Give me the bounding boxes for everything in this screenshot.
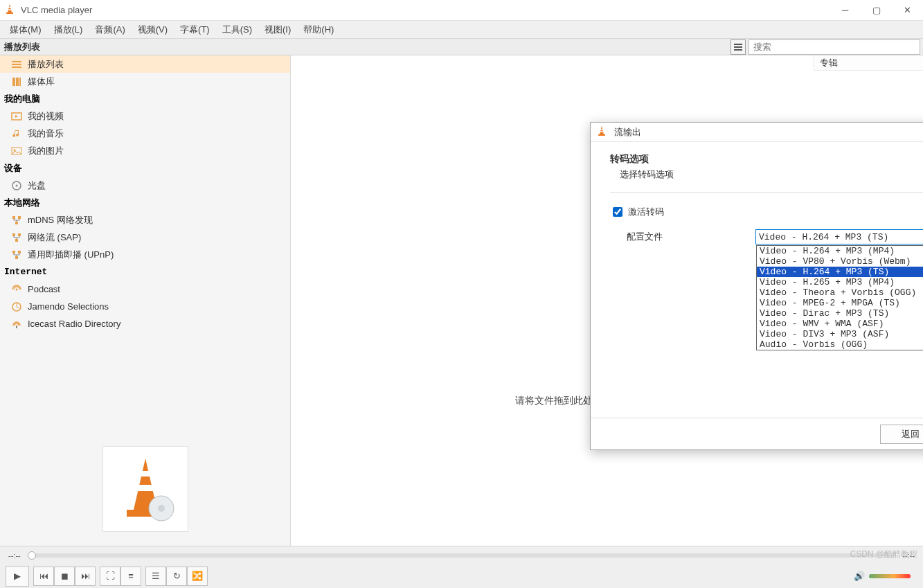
menu-tools[interactable]: 工具(S) — [217, 22, 258, 37]
playlist-header-title: 播放列表 — [0, 41, 291, 53]
profile-option[interactable]: Video - MPEG-2 + MPGA (TS) — [757, 298, 923, 308]
video-icon — [11, 111, 22, 122]
svg-rect-41 — [600, 132, 604, 133]
fullscreen-button[interactable]: ⛶ — [100, 567, 120, 586]
profile-option[interactable]: Video - H.264 + MP3 (MP4) — [757, 246, 923, 256]
playlist-toggle-button[interactable]: ☰ — [145, 567, 166, 586]
svg-rect-20 — [18, 216, 21, 219]
bottom-panel: --:-- --:-- ▶ ⏮ ◼ ⏭ ⛶ ≡ ☰ ↻ 🔀 🔊 — [0, 546, 923, 588]
loop-button[interactable]: ↻ — [166, 567, 187, 586]
seek-slider[interactable] — [28, 553, 896, 558]
dialog-titlebar[interactable]: 流输出 ? ✕ — [591, 123, 923, 142]
window-titlebar: VLC media player ─ ▢ ✕ — [0, 0, 923, 21]
sidebar-item-label: Jamendo Selections — [28, 301, 109, 312]
svg-rect-25 — [12, 251, 15, 253]
lib-icon — [11, 76, 22, 87]
sidebar-item-label: 通用即插即播 (UPnP) — [28, 249, 114, 261]
back-button[interactable]: 返回 — [880, 425, 923, 444]
shuffle-button[interactable]: 🔀 — [187, 567, 208, 586]
sidebar-item[interactable]: 播放列表 — [0, 55, 290, 73]
playlist-header: 播放列表 — [0, 39, 923, 55]
sidebar: 播放列表媒体库我的电脑我的视频我的音乐我的图片设备光盘本地网络mDNS 网络发现… — [0, 55, 291, 546]
menu-media[interactable]: 媒体(M) — [4, 22, 47, 37]
vlc-cone-icon — [4, 3, 15, 17]
volume-slider[interactable] — [869, 574, 911, 578]
profile-selected-value: Video - H.264 + MP3 (TS) — [759, 232, 888, 242]
sidebar-item[interactable]: 媒体库 — [0, 73, 290, 90]
activate-transcode-label: 激活转码 — [628, 206, 664, 218]
window-minimize-button[interactable]: ─ — [830, 0, 861, 21]
svg-rect-35 — [137, 485, 154, 491]
svg-rect-40 — [600, 129, 603, 130]
window-title: VLC media player — [21, 5, 830, 15]
svg-point-30 — [16, 325, 17, 326]
sidebar-item[interactable]: 我的图片 — [0, 142, 290, 159]
disc-icon — [11, 180, 22, 191]
sidebar-item-label: 网络流 (SAP) — [28, 231, 81, 244]
menu-view[interactable]: 视图(I) — [259, 22, 296, 37]
sidebar-item[interactable]: Icecast Radio Directory — [0, 315, 290, 332]
sidebar-item[interactable]: 光盘 — [0, 177, 290, 194]
sidebar-item[interactable]: 我的视频 — [0, 107, 290, 125]
dialog-heading: 转码选项 — [610, 153, 923, 166]
previous-button[interactable]: ⏮ — [33, 567, 54, 586]
stop-button[interactable]: ◼ — [54, 567, 75, 586]
profile-label: 配置文件 — [610, 231, 755, 243]
profile-option[interactable]: Video - VP80 + Vorbis (Webm) — [757, 256, 923, 267]
view-mode-button[interactable] — [731, 39, 746, 55]
net-icon — [11, 249, 22, 260]
sidebar-item-label: 播放列表 — [28, 58, 64, 71]
sidebar-item[interactable]: Jamendo Selections — [0, 298, 290, 315]
sidebar-section: 本地网络 — [0, 194, 290, 211]
sidebar-item-label: 光盘 — [28, 179, 46, 192]
sidebar-item[interactable]: 我的音乐 — [0, 125, 290, 142]
menu-audio[interactable]: 音频(A) — [89, 22, 130, 37]
music-icon — [11, 128, 22, 139]
time-elapsed: --:-- — [8, 551, 21, 560]
profile-option[interactable]: Video - Dirac + MP3 (TS) — [757, 308, 923, 319]
svg-rect-21 — [15, 222, 18, 224]
column-header-album[interactable]: 专辑 — [814, 55, 923, 71]
sidebar-item-label: 我的视频 — [28, 110, 64, 123]
sidebar-item[interactable]: 通用即插即播 (UPnP) — [0, 246, 290, 263]
profile-option[interactable]: Video - Theora + Vorbis (OGG) — [757, 287, 923, 298]
pod-icon — [11, 284, 22, 295]
menu-video[interactable]: 视频(V) — [132, 22, 173, 37]
sidebar-item-label: 媒体库 — [28, 75, 55, 88]
svg-rect-3 — [8, 10, 12, 11]
svg-point-37 — [158, 505, 165, 512]
ice-icon — [11, 319, 22, 330]
menu-subtitle[interactable]: 字幕(T) — [174, 22, 215, 37]
profile-option[interactable]: Video - WMV + WMA (ASF) — [757, 319, 923, 329]
window-close-button[interactable]: ✕ — [892, 0, 923, 21]
menubar: 媒体(M) 播放(L) 音频(A) 视频(V) 字幕(T) 工具(S) 视图(I… — [0, 21, 923, 39]
profile-combobox[interactable]: Video - H.264 + MP3 (TS) ▼ ▲ ▼ Video - H… — [755, 229, 923, 244]
play-button[interactable]: ▶ — [6, 566, 29, 587]
volume-icon[interactable]: 🔊 — [854, 571, 865, 581]
menu-help[interactable]: 帮助(H) — [298, 22, 339, 37]
profile-option[interactable]: Video - H.265 + MP3 (MP4) — [757, 277, 923, 287]
sidebar-item[interactable]: mDNS 网络发现 — [0, 211, 290, 229]
profile-option[interactable]: Video - DIV3 + MP3 (ASF) — [757, 329, 923, 339]
menu-playback[interactable]: 播放(L) — [48, 22, 89, 37]
sidebar-item[interactable]: Podcast — [0, 280, 290, 298]
sidebar-item[interactable]: 网络流 (SAP) — [0, 229, 290, 246]
profile-option[interactable]: Video - H.264 + MP3 (TS) — [757, 267, 923, 277]
net-icon — [11, 232, 22, 243]
window-maximize-button[interactable]: ▢ — [861, 0, 892, 21]
sidebar-item-label: Icecast Radio Directory — [28, 319, 120, 329]
svg-rect-19 — [12, 216, 15, 219]
svg-rect-9 — [12, 66, 21, 68]
svg-rect-26 — [18, 251, 21, 253]
dialog-title: 流输出 — [611, 126, 923, 139]
search-input[interactable] — [749, 39, 920, 55]
svg-rect-7 — [12, 61, 21, 62]
svg-rect-27 — [15, 256, 18, 259]
content-area: 专辑 请将文件拖到此处，或从左侧选择媒体源。 流输出 ? ✕ 转码选项 选择转码… — [291, 55, 923, 546]
profile-option[interactable]: Audio - Vorbis (OGG) — [757, 339, 923, 350]
list-icon — [11, 59, 22, 70]
next-button-media[interactable]: ⏭ — [75, 567, 96, 586]
extended-settings-button[interactable]: ≡ — [120, 567, 141, 586]
svg-rect-22 — [12, 233, 15, 236]
activate-transcode-checkbox[interactable] — [613, 207, 622, 217]
